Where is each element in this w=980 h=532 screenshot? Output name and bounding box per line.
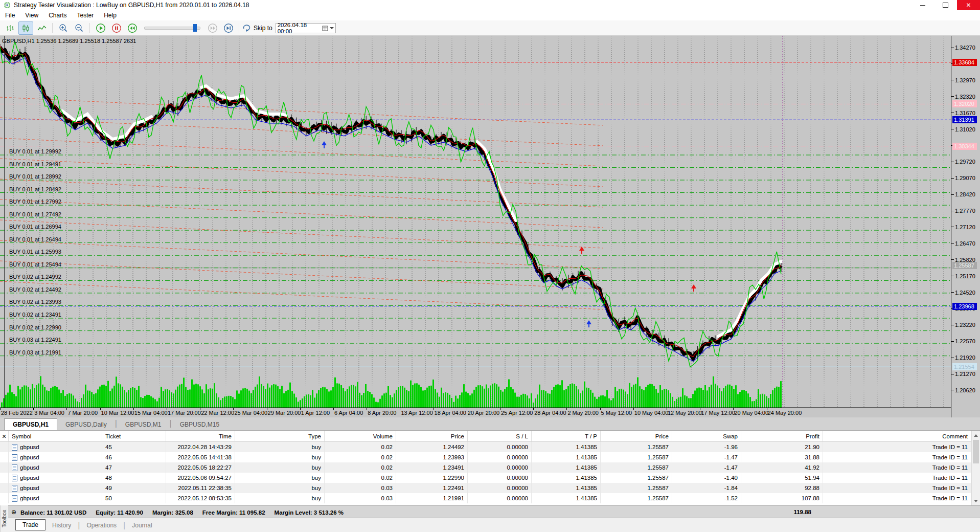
table-cell[interactable]: 0.02 <box>325 442 396 452</box>
table-cell[interactable]: 1.25587 <box>601 452 672 462</box>
tab-history[interactable]: History <box>45 520 78 530</box>
table-cell[interactable]: -1.96 <box>672 442 741 452</box>
table-cell[interactable]: gbpusd <box>9 452 102 462</box>
chart-tab-gbpusd-daily[interactable]: GBPUSD,Daily <box>57 419 115 430</box>
dropdown-arrow-icon[interactable] <box>330 27 334 29</box>
table-cell[interactable]: -1.84 <box>672 483 741 493</box>
table-cell[interactable]: 48 <box>102 473 166 483</box>
table-scrollbar[interactable] <box>971 431 980 505</box>
menu-view[interactable]: View <box>20 12 43 19</box>
maximize-button[interactable] <box>934 0 957 10</box>
restart-button[interactable] <box>125 21 140 35</box>
menu-tester[interactable]: Tester <box>72 12 99 19</box>
playback-speed-slider[interactable] <box>144 27 200 30</box>
menu-charts[interactable]: Charts <box>43 12 72 19</box>
table-cell[interactable]: Trade ID = 11 <box>823 473 971 483</box>
table-cell[interactable]: Trade ID = 11 <box>823 462 971 473</box>
table-cell[interactable]: 1.25587 <box>601 442 672 452</box>
table-cell[interactable]: buy <box>235 493 325 503</box>
skip-date-field[interactable]: 2026.04.18 00:00 <box>276 23 336 33</box>
table-cell[interactable]: gbpusd <box>9 473 102 483</box>
zoom-in-button[interactable] <box>56 21 71 35</box>
table-cell[interactable]: 2022.05.06 09:54:27 <box>166 473 235 483</box>
table-cell[interactable]: 41.92 <box>741 462 823 473</box>
close-table-icon[interactable]: ✕ <box>0 431 9 442</box>
close-button[interactable]: ✕ <box>957 0 980 10</box>
scroll-down-button[interactable] <box>972 497 980 505</box>
table-cell[interactable]: 0.00000 <box>468 493 532 503</box>
table-cell[interactable]: buy <box>235 462 325 473</box>
table-cell[interactable]: 50 <box>102 493 166 503</box>
table-cell[interactable]: buy <box>235 452 325 462</box>
minimize-button[interactable] <box>911 0 934 10</box>
table-cell[interactable]: 1.23993 <box>396 452 468 462</box>
tab-journal[interactable]: Journal <box>125 520 158 530</box>
table-cell[interactable]: 49 <box>102 483 166 493</box>
zoom-out-button[interactable] <box>72 21 86 35</box>
table-cell[interactable]: -1.47 <box>672 452 741 462</box>
table-cell[interactable]: 0.00000 <box>468 473 532 483</box>
table-cell[interactable]: -1.52 <box>672 493 741 503</box>
table-cell[interactable]: 1.23491 <box>396 462 468 473</box>
table-cell[interactable]: 2022.05.05 18:22:27 <box>166 462 235 473</box>
table-cell[interactable]: 0.03 <box>325 493 396 503</box>
table-cell[interactable]: 0.03 <box>325 483 396 493</box>
table-cell[interactable]: 0.00000 <box>468 442 532 452</box>
menu-help[interactable]: Help <box>99 12 122 19</box>
time-axis[interactable]: 28 Feb 20223 Mar 04:007 Mar 20:0010 Mar … <box>0 408 951 417</box>
table-cell[interactable]: Trade ID = 11 <box>823 483 971 493</box>
slider-handle[interactable] <box>193 24 197 32</box>
table-cell[interactable]: 0.02 <box>325 452 396 462</box>
table-cell[interactable]: Trade ID = 11 <box>823 452 971 462</box>
table-cell[interactable]: Trade ID = 11 <box>823 493 971 503</box>
table-cell[interactable]: 1.25587 <box>601 473 672 483</box>
line-chart-button[interactable] <box>34 21 49 35</box>
table-cell[interactable]: 2022.04.28 14:43:29 <box>166 442 235 452</box>
fast-forward-button[interactable] <box>205 21 220 35</box>
table-cell[interactable]: 1.22990 <box>396 473 468 483</box>
table-cell[interactable]: 1.25587 <box>601 462 672 473</box>
scroll-up-button[interactable] <box>972 431 980 439</box>
table-cell[interactable]: 51.94 <box>741 473 823 483</box>
candlestick-chart-button[interactable] <box>18 21 33 35</box>
price-axis[interactable]: 1.342701.336201.329701.323201.316701.310… <box>951 36 980 417</box>
table-cell[interactable]: -1.47 <box>672 462 741 473</box>
table-cell[interactable]: 0.00000 <box>468 462 532 473</box>
table-cell[interactable]: buy <box>235 442 325 452</box>
table-cell[interactable]: -1.40 <box>672 473 741 483</box>
chart-tab-gbpusd-h1[interactable]: GBPUSD,H1 <box>4 418 57 430</box>
table-cell[interactable]: 21.90 <box>741 442 823 452</box>
table-cell[interactable]: 1.25587 <box>601 493 672 503</box>
bar-chart-button[interactable] <box>3 21 17 35</box>
table-cell[interactable]: gbpusd <box>9 462 102 473</box>
table-cell[interactable]: 0.00000 <box>468 452 532 462</box>
price-chart[interactable] <box>0 36 951 408</box>
pause-button[interactable] <box>109 21 124 35</box>
table-cell[interactable]: gbpusd <box>9 493 102 503</box>
table-cell[interactable]: 1.21991 <box>396 493 468 503</box>
chart-tab-gbpusd-m1[interactable]: GBPUSD,M1 <box>117 419 170 430</box>
tab-operations[interactable]: Operations <box>80 520 123 530</box>
table-cell[interactable]: 2022.05.12 08:53:35 <box>166 493 235 503</box>
table-cell[interactable]: gbpusd <box>9 483 102 493</box>
table-cell[interactable]: 1.41385 <box>532 483 601 493</box>
table-cell[interactable]: 46 <box>102 452 166 462</box>
table-cell[interactable]: 1.41385 <box>532 452 601 462</box>
table-cell[interactable]: 1.25587 <box>601 483 672 493</box>
play-button[interactable] <box>93 21 108 35</box>
table-cell[interactable]: gbpusd <box>9 442 102 452</box>
table-cell[interactable]: 92.88 <box>741 483 823 493</box>
menu-file[interactable]: File <box>0 12 20 19</box>
table-cell[interactable]: Trade ID = 11 <box>823 442 971 452</box>
table-cell[interactable]: 31.88 <box>741 452 823 462</box>
table-cell[interactable]: 1.24492 <box>396 442 468 452</box>
table-cell[interactable]: 0.02 <box>325 473 396 483</box>
table-cell[interactable]: 1.41385 <box>532 473 601 483</box>
table-cell[interactable]: buy <box>235 483 325 493</box>
table-cell[interactable]: 1.22491 <box>396 483 468 493</box>
scroll-thumb[interactable] <box>973 440 979 463</box>
table-cell[interactable]: 0.02 <box>325 462 396 473</box>
table-cell[interactable]: 2022.05.11 22:38:35 <box>166 483 235 493</box>
table-cell[interactable]: 107.88 <box>741 493 823 503</box>
chart-tab-gbpusd-m15[interactable]: GBPUSD,M15 <box>172 419 227 430</box>
